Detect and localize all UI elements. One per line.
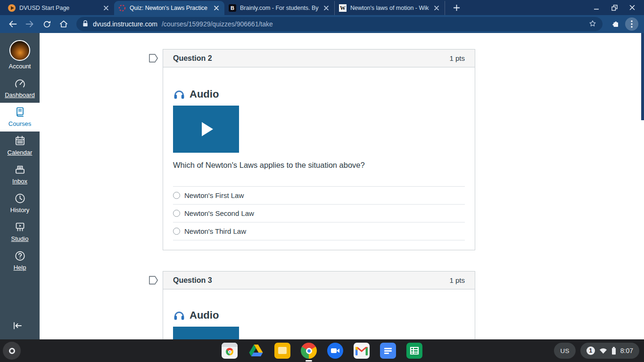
sidebar-item-calendar[interactable]: Calendar [0, 132, 40, 160]
sidebar-item-studio[interactable]: Studio [0, 218, 40, 247]
app-google-slides[interactable] [274, 343, 290, 359]
chromeos-shelf: US 1 8:07 [0, 339, 644, 362]
app-web-store[interactable] [222, 343, 238, 359]
close-tab-icon[interactable] [213, 4, 220, 12]
tab-title: Brainly.com - For students. By st [240, 5, 319, 11]
audio-heading: Audio [173, 87, 465, 101]
answer-option-first-law[interactable]: Newton's First Law [173, 187, 465, 205]
sidebar-item-label: Inbox [12, 178, 27, 185]
headphones-icon [173, 88, 185, 100]
quiz-content-area: Question 2 1 pts Audio Which of Newton's… [40, 33, 644, 339]
collapse-sidebar-button[interactable] [0, 320, 40, 334]
radio-button[interactable] [173, 192, 180, 199]
scrollbar-thumb[interactable] [641, 33, 644, 120]
app-google-docs[interactable] [380, 343, 396, 359]
question-title: Question 2 [173, 54, 212, 63]
keyboard-layout-button[interactable]: US [554, 343, 575, 359]
bookmark-flag-icon [148, 53, 159, 63]
address-bar[interactable]: dvusd.instructure.com/courses/159929/qui… [76, 17, 603, 31]
flag-question-button[interactable] [148, 275, 159, 287]
app-google-chrome[interactable] [301, 343, 317, 359]
tab-brainly[interactable]: B Brainly.com - For students. By st [224, 1, 335, 15]
sidebar-item-label: Dashboard [5, 91, 35, 99]
app-gmail[interactable] [354, 343, 370, 359]
back-button[interactable] [6, 17, 20, 31]
clock-label: 8:07 [620, 347, 633, 354]
launcher-button[interactable] [3, 342, 21, 360]
bookmark-star-icon[interactable] [588, 19, 597, 29]
extensions-puzzle-icon[interactable] [608, 17, 622, 31]
sidebar-item-label: History [10, 206, 29, 214]
browser-tab-strip: DVUSD Start Page Quiz: Newton's Laws Pra… [0, 0, 644, 15]
tab-title: Newton's laws of motion - Wikip [350, 5, 429, 11]
answer-option-second-law[interactable]: Newton's Second Law [173, 205, 465, 222]
lock-icon[interactable] [82, 20, 89, 29]
audio-player[interactable] [173, 327, 239, 339]
tab-newtons-laws-wikipedia[interactable]: W Newton's laws of motion - Wikip [335, 1, 445, 15]
audio-label: Audio [190, 88, 219, 100]
question-prompt: Which of Newton's Laws applies to the si… [173, 159, 465, 171]
browser-menu-button[interactable] [625, 17, 638, 31]
close-tab-icon[interactable] [322, 4, 330, 12]
active-app-indicator [305, 360, 312, 362]
question-body: Audio Which of Newton's Laws applies to … [163, 87, 475, 250]
home-button[interactable] [57, 17, 71, 31]
sidebar-item-inbox[interactable]: Inbox [0, 160, 40, 189]
sidebar-item-label: Help [14, 264, 26, 271]
audio-label: Audio [190, 309, 219, 321]
play-icon[interactable] [202, 122, 213, 136]
minimize-window-button[interactable] [589, 1, 603, 14]
radio-button[interactable] [173, 228, 180, 235]
browser-toolbar: dvusd.instructure.com/courses/159929/qui… [0, 15, 644, 33]
question-3-card: Question 3 1 pts Audio [163, 271, 475, 339]
answer-option-third-law[interactable]: Newton's Third Law [173, 222, 465, 240]
sidebar-item-history[interactable]: History [0, 189, 40, 218]
app-google-drive[interactable] [248, 343, 264, 359]
question-points: 1 pts [449, 54, 465, 62]
forward-button[interactable] [23, 17, 37, 31]
sidebar-item-label: Courses [8, 120, 31, 127]
launcher-icon [9, 348, 15, 354]
headphones-icon [173, 309, 185, 321]
google-drive-icon [248, 343, 264, 359]
sidebar-item-account[interactable]: Account [0, 37, 40, 74]
shelf-status-area: US 1 8:07 [554, 343, 639, 359]
status-tray-button[interactable]: 1 8:07 [580, 343, 639, 359]
answer-list: Newton's First Law Newton's Second Law N… [173, 186, 465, 240]
wikipedia-favicon: W [339, 4, 347, 12]
wifi-icon [599, 347, 607, 354]
close-tab-icon[interactable] [102, 4, 110, 12]
question-header: Question 3 1 pts [163, 272, 475, 289]
tab-dvusd-start-page[interactable]: DVUSD Start Page [4, 1, 114, 15]
sidebar-item-label: Calendar [8, 149, 33, 156]
tab-quiz-newtons-laws[interactable]: Quiz: Newton's Laws Practice [114, 1, 224, 15]
sidebar-item-help[interactable]: Help [0, 247, 40, 275]
sidebar-item-courses[interactable]: Courses [0, 103, 40, 132]
flag-question-button[interactable] [148, 53, 159, 65]
page-body: Account Dashboard Courses Calendar [0, 33, 644, 339]
url-domain: dvusd.instructure.com [93, 20, 157, 28]
url-path: /courses/159929/quizzes/906661/take [162, 20, 273, 28]
radio-button[interactable] [173, 210, 180, 217]
audio-player[interactable] [173, 106, 239, 153]
brainly-favicon: B [229, 4, 236, 12]
gauge-icon [14, 77, 26, 90]
sidebar-item-dashboard[interactable]: Dashboard [0, 74, 40, 103]
new-tab-button[interactable] [450, 1, 463, 14]
user-avatar [9, 40, 30, 61]
app-google-meet[interactable] [327, 343, 343, 359]
question-2-card: Question 2 1 pts Audio Which of Newton's… [163, 49, 475, 250]
studio-icon [14, 221, 26, 233]
close-tab-icon[interactable] [433, 4, 440, 12]
google-docs-icon [380, 343, 396, 359]
reload-button[interactable] [40, 17, 54, 31]
close-window-button[interactable] [625, 1, 639, 14]
play-circle-orange-favicon [8, 4, 16, 12]
gmail-icon [354, 343, 370, 359]
help-icon [14, 250, 26, 262]
notification-count-badge: 1 [586, 346, 595, 355]
loading-spinner-red-favicon [118, 4, 126, 12]
restore-window-button[interactable] [607, 1, 621, 14]
tab-title: DVUSD Start Page [19, 5, 99, 11]
app-google-sheets[interactable] [406, 343, 422, 359]
